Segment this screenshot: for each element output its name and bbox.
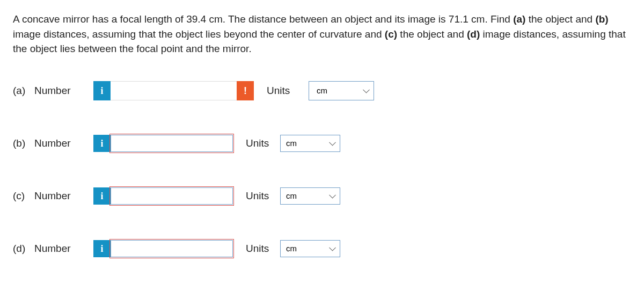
units-label-c: Units	[246, 189, 280, 204]
info-icon[interactable]: i	[93, 187, 111, 205]
answer-row-c: (c) Number i Units cm	[13, 185, 631, 207]
part-label-c: (c)	[13, 189, 34, 204]
info-icon[interactable]: i	[93, 81, 111, 100]
warning-icon[interactable]: !	[237, 81, 254, 100]
question-prefix: A concave mirror has a focal length of 3…	[13, 13, 513, 25]
bold-b: (b)	[595, 13, 608, 25]
units-select-c[interactable]: cm	[280, 187, 340, 205]
bold-c: (c)	[385, 28, 397, 40]
question-text: A concave mirror has a focal length of 3…	[13, 12, 631, 56]
part-label-b: (b)	[13, 136, 34, 151]
question-mid2: image distances, assuming that the objec…	[13, 28, 385, 40]
units-select-a[interactable]: cm	[309, 81, 374, 100]
answer-row-b: (b) Number i Units cm	[13, 133, 631, 154]
info-icon[interactable]: i	[93, 240, 111, 257]
units-select-d[interactable]: cm	[280, 240, 340, 257]
number-label-a: Number	[34, 83, 93, 98]
bold-d: (d)	[467, 28, 480, 40]
part-label-d: (d)	[13, 241, 34, 256]
number-input-b[interactable]	[111, 135, 233, 152]
units-select-b[interactable]: cm	[280, 135, 340, 152]
number-input-c[interactable]	[111, 187, 233, 205]
units-label-d: Units	[246, 241, 280, 256]
question-mid1: the object and	[525, 13, 595, 25]
info-icon[interactable]: i	[93, 135, 111, 152]
number-input-a[interactable]	[111, 81, 237, 100]
input-group-a: i !	[93, 81, 254, 100]
number-label-c: Number	[34, 189, 93, 204]
number-input-d[interactable]	[111, 240, 233, 257]
number-label-d: Number	[34, 241, 93, 256]
number-label-b: Number	[34, 136, 93, 151]
question-mid3: the object and	[397, 28, 467, 40]
units-label-a: Units	[267, 83, 309, 98]
units-label-b: Units	[246, 136, 280, 151]
bold-a: (a)	[513, 13, 525, 25]
answer-row-d: (d) Number i Units cm	[13, 238, 631, 259]
answer-row-a: (a) Number i ! Units cm	[13, 80, 631, 102]
part-label-a: (a)	[13, 83, 34, 98]
